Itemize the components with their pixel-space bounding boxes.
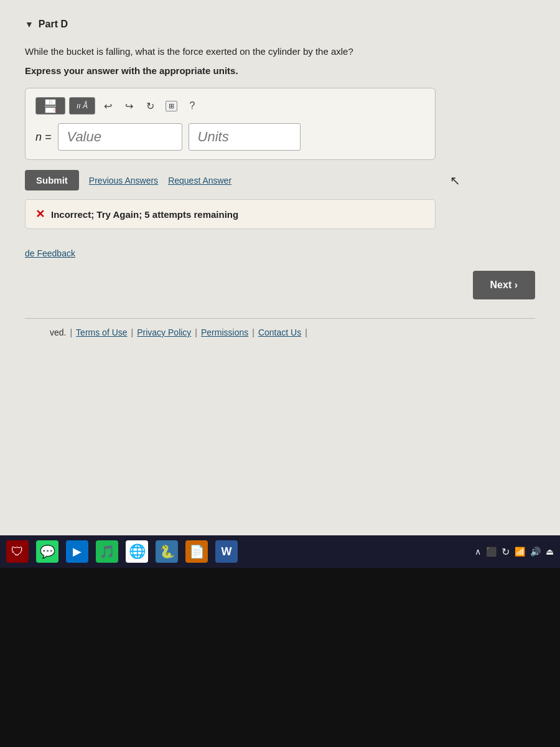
question-body: While the bucket is falling, what is the…	[25, 46, 353, 57]
text-style-icon[interactable]: ıı Å	[69, 97, 95, 115]
taskbar-right: ∧ ⬛ ↻ 📶 🔊 ⏏	[475, 546, 554, 558]
refresh-icon[interactable]: ↻	[141, 97, 159, 115]
help-icon[interactable]: ?	[184, 97, 201, 115]
footer-prefix: ved.	[50, 327, 66, 337]
error-box: ✕ Incorrect; Try Again; 5 attempts remai…	[25, 199, 436, 229]
taskbar-icon-whatsapp[interactable]: 💬	[36, 540, 58, 563]
question-instruction: Express your answer with the appropriate…	[25, 64, 535, 78]
taskbar: 🛡 💬 ▶ 🎵 🌐 🐍 📄 W ∧ ⬛ ↻ 📶 🔊 ⏏	[0, 535, 560, 568]
cursor-arrow: ↖	[450, 173, 460, 188]
part-header: ▼ Part D	[25, 19, 535, 30]
taskbar-icon-shield[interactable]: 🛡	[6, 540, 29, 563]
value-input[interactable]	[58, 123, 182, 151]
error-icon: ✕	[35, 207, 45, 221]
taskbar-icon-play[interactable]: ▶	[66, 540, 88, 563]
sep4: |	[252, 327, 254, 337]
keyboard-icon[interactable]: ⊞	[162, 97, 180, 115]
undo-icon[interactable]: ↩	[99, 97, 116, 115]
taskbar-battery-icon: ⬛	[486, 547, 497, 557]
taskbar-volume-icon[interactable]: 🔊	[530, 547, 541, 557]
contact-link[interactable]: Contact Us	[258, 327, 301, 337]
taskbar-icon-file[interactable]: 📄	[185, 540, 208, 563]
units-input[interactable]	[189, 123, 301, 151]
feedback-link[interactable]: de Feedback	[25, 248, 75, 258]
taskbar-icon-chrome[interactable]: 🌐	[126, 540, 148, 563]
n-label: n =	[35, 131, 52, 144]
redo-icon[interactable]: ↪	[120, 97, 138, 115]
sep1: |	[70, 327, 72, 337]
next-btn-row: Next ›	[25, 271, 535, 299]
sep2: |	[131, 327, 134, 337]
next-button[interactable]: Next ›	[473, 271, 535, 299]
privacy-link[interactable]: Privacy Policy	[137, 327, 191, 337]
footer: ved. | Terms of Use | Privacy Policy | P…	[25, 318, 535, 346]
below-taskbar	[0, 568, 560, 747]
fraction-icon[interactable]: □ ○	[35, 97, 65, 115]
answer-box: □ ○ ıı Å ↩ ↪ ↻	[25, 88, 436, 160]
question-text: While the bucket is falling, what is the…	[25, 45, 535, 59]
actions-row: Submit Previous Answers Request Answer ↖	[25, 170, 460, 190]
taskbar-icon-spotify[interactable]: 🎵	[96, 540, 118, 563]
request-answer-link[interactable]: Request Answer	[168, 176, 231, 186]
part-title: Part D	[39, 19, 68, 30]
part-arrow: ▼	[25, 19, 34, 29]
submit-button[interactable]: Submit	[25, 170, 79, 190]
previous-answers-link[interactable]: Previous Answers	[89, 176, 158, 186]
permissions-link[interactable]: Permissions	[201, 327, 248, 337]
taskbar-wifi-icon: 📶	[515, 547, 525, 557]
error-message: Incorrect; Try Again; 5 attempts remaini…	[51, 209, 238, 220]
taskbar-icon-word[interactable]: W	[215, 540, 238, 563]
toolbar: □ ○ ıı Å ↩ ↪ ↻	[35, 97, 425, 115]
sep5: |	[305, 327, 307, 337]
taskbar-icon-python[interactable]: 🐍	[156, 540, 178, 563]
taskbar-chevron-up-icon[interactable]: ∧	[475, 547, 481, 557]
input-row: n =	[35, 123, 425, 151]
terms-link[interactable]: Terms of Use	[76, 327, 127, 337]
taskbar-logout-icon[interactable]: ⏏	[546, 547, 554, 557]
sep3: |	[195, 327, 197, 337]
taskbar-refresh-icon[interactable]: ↻	[502, 546, 510, 558]
